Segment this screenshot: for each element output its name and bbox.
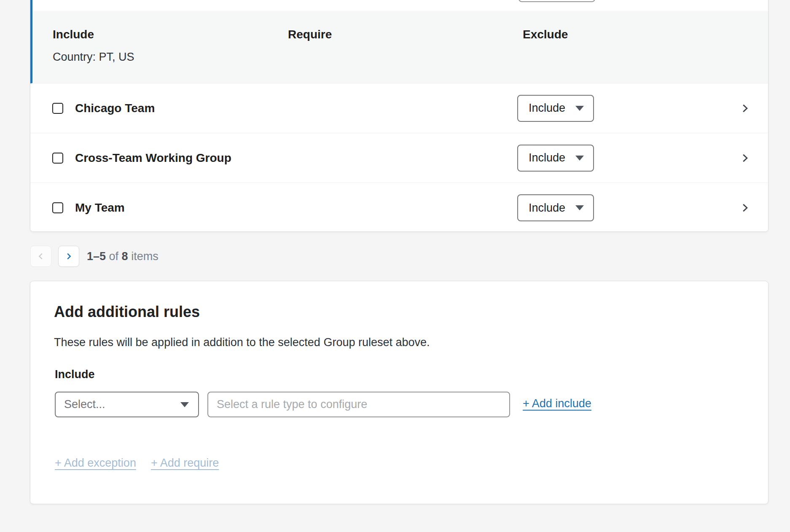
add-exception-link[interactable]: + Add exception (55, 457, 136, 470)
selected-group-ruleset-row: Include Require Exclude Country: PT, US (30, 0, 768, 83)
rule-type-select[interactable]: Select... (55, 392, 199, 417)
pagination-status: 1–5 of 8 items (87, 250, 159, 263)
pagination-total: 8 (122, 250, 128, 263)
open-row-button[interactable] (738, 151, 752, 165)
chevron-left-icon (36, 251, 46, 262)
chevron-down-icon (575, 106, 584, 111)
card-description: These rules will be applied in addition … (54, 336, 430, 349)
chevron-down-icon (180, 402, 189, 407)
row-checkbox[interactable] (52, 153, 63, 164)
open-row-button[interactable] (738, 101, 752, 116)
ruleset-preview-panel: Include Require Exclude Country: PT, US (32, 11, 768, 83)
team-name: Chicago Team (75, 102, 155, 115)
row-action-value: Include (529, 151, 565, 164)
truncated-row-select (519, 0, 595, 2)
chevron-right-icon (739, 152, 750, 164)
row-action-select[interactable]: Include (517, 95, 594, 122)
row-checkbox[interactable] (52, 103, 63, 114)
page: Include Require Exclude Country: PT, US … (0, 0, 790, 532)
include-rule-value: Country: PT, US (53, 51, 134, 64)
row-action-value: Include (529, 102, 565, 115)
team-name: My Team (75, 201, 125, 215)
table-row: Chicago Team Include (30, 83, 768, 133)
card-title: Add additional rules (54, 303, 200, 321)
next-page-button[interactable] (58, 246, 79, 267)
pagination-range: 1–5 (87, 250, 106, 263)
pagination: 1–5 of 8 items (30, 246, 159, 267)
rule-config-input[interactable] (207, 392, 510, 417)
row-checkbox[interactable] (52, 202, 63, 213)
column-header-include: Include (53, 28, 94, 41)
chevron-down-icon (575, 205, 584, 210)
column-header-exclude: Exclude (523, 28, 568, 41)
row-action-select[interactable]: Include (517, 145, 594, 172)
chevron-right-icon (739, 202, 750, 214)
previous-page-button[interactable] (30, 246, 51, 267)
include-section-label: Include (55, 368, 95, 381)
row-action-select[interactable]: Include (517, 194, 594, 221)
open-row-button[interactable] (738, 201, 752, 215)
column-header-require: Require (288, 28, 332, 41)
rule-type-select-value: Select... (64, 398, 105, 411)
add-additional-rules-card: Add additional rules These rules will be… (30, 281, 769, 504)
add-include-link[interactable]: + Add include (523, 397, 591, 410)
chevron-down-icon (575, 156, 584, 161)
table-row: Cross-Team Working Group Include (30, 133, 768, 183)
table-row: My Team Include (30, 183, 768, 232)
teams-list-card: Include Require Exclude Country: PT, US … (30, 0, 769, 232)
team-name: Cross-Team Working Group (75, 151, 231, 165)
row-action-value: Include (529, 202, 565, 215)
chevron-right-icon (739, 102, 750, 115)
add-require-link[interactable]: + Add require (151, 457, 219, 470)
chevron-right-icon (64, 251, 73, 262)
